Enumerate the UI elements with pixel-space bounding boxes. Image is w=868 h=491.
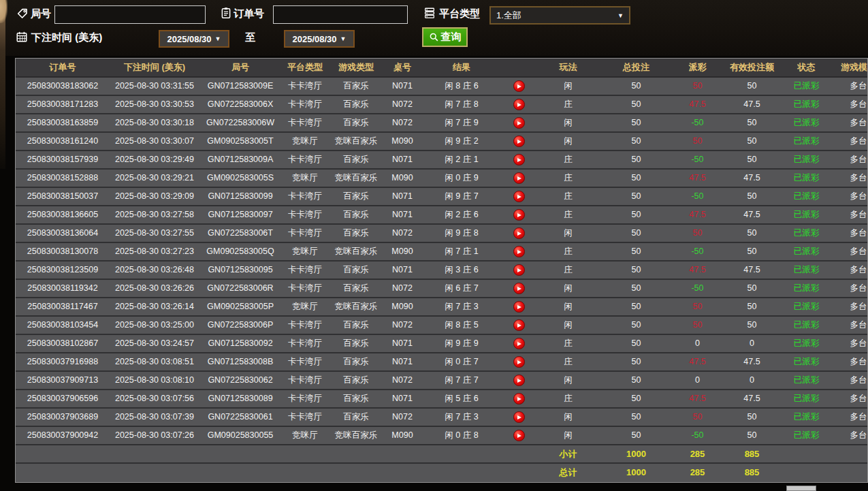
date-to-button[interactable]: 2025/08/30 ▼ <box>284 30 355 48</box>
date-from-button[interactable]: 2025/08/30 ▼ <box>159 30 229 48</box>
result: 闲 2 庄 1 <box>421 151 502 168</box>
game-type: 竞咪百家乐 <box>329 133 383 150</box>
valid-bet: 50 <box>723 409 781 426</box>
play-icon-cell <box>502 427 536 444</box>
play-video-icon[interactable] <box>513 283 525 294</box>
platform-type: 卡卡湾厅 <box>281 262 329 279</box>
order-no-input[interactable] <box>273 5 408 24</box>
play-type: 闲 <box>536 225 600 242</box>
game-type: 百家乐 <box>329 151 383 168</box>
round-no: GN0712583009E <box>199 78 281 95</box>
play-type: 闲 <box>536 409 600 426</box>
play-video-icon[interactable] <box>513 209 525 221</box>
game-mode: 多台 <box>832 96 868 113</box>
total-bet: 50 <box>600 262 672 279</box>
result: 闲 8 庄 5 <box>421 317 502 334</box>
valid-bet: 47.5 <box>723 353 781 370</box>
grand-total-row-total-bet: 1000 <box>600 464 672 482</box>
play-video-icon[interactable] <box>513 227 525 239</box>
play-icon-cell <box>502 298 536 315</box>
total-bet: 50 <box>600 151 672 168</box>
valid-bet: 0 <box>723 372 781 389</box>
total-bet: 50 <box>600 390 672 407</box>
play-video-icon[interactable] <box>513 154 525 165</box>
order-no: 250830037906596 <box>16 390 110 407</box>
round-no: GM09025830055 <box>199 427 281 444</box>
play-video-icon[interactable] <box>513 411 525 423</box>
play-video-icon[interactable] <box>513 356 525 368</box>
table-no: N072 <box>383 372 421 389</box>
result: 闲 7 庄 7 <box>421 372 502 389</box>
payout: 50 <box>672 78 723 95</box>
platform-type: 竞咪厅 <box>281 170 329 187</box>
play-video-icon[interactable] <box>513 375 525 386</box>
round-no: GN0722583006X <box>199 96 281 113</box>
total-bet: 50 <box>600 372 672 389</box>
platform-type: 卡卡湾厅 <box>281 317 329 334</box>
play-icon-cell <box>502 243 536 260</box>
play-video-icon[interactable] <box>513 319 525 331</box>
result: 闲 8 庄 6 <box>421 78 502 95</box>
grand-total-row-spacer <box>281 464 329 482</box>
order-no: 250830038183062 <box>16 78 110 95</box>
bet-time: 2025-08-30 03:08:10 <box>110 372 199 389</box>
play-video-icon[interactable] <box>513 191 525 202</box>
order-no-label: 订单号 <box>234 7 264 20</box>
result: 闲 0 庄 8 <box>421 427 502 444</box>
platform-type-select[interactable]: 1.全部 ▼ <box>489 6 630 25</box>
round-no-input[interactable] <box>54 5 206 24</box>
bottom-partial-control[interactable] <box>786 486 816 491</box>
header-platform-type: 平台类型 <box>281 59 329 76</box>
play-video-icon[interactable] <box>513 393 525 405</box>
table-row: 2508300381579392025-08-30 03:29:49GN0712… <box>16 151 868 170</box>
valid-bet: 47.5 <box>723 170 781 187</box>
play-video-icon[interactable] <box>513 80 525 92</box>
payout: 50 <box>672 409 723 426</box>
table-no: N072 <box>383 280 421 297</box>
header-status: 状态 <box>781 59 832 76</box>
play-video-icon[interactable] <box>513 99 525 110</box>
round-no: GN07125830095 <box>199 262 281 279</box>
round-no: GM0902583005S <box>199 170 281 187</box>
play-type: 庄 <box>536 262 600 279</box>
result: 闲 7 庄 9 <box>421 114 502 131</box>
valid-bet: 0 <box>723 335 781 352</box>
platform-type: 竞咪厅 <box>281 298 329 315</box>
play-video-icon[interactable] <box>513 430 525 441</box>
total-bet: 50 <box>600 409 672 426</box>
valid-bet: 50 <box>723 78 781 95</box>
play-video-icon[interactable] <box>513 338 525 349</box>
calendar-icon <box>16 31 28 43</box>
result: 闲 0 庄 7 <box>421 353 502 370</box>
status: 已派彩 <box>781 188 832 205</box>
grand-total-row-spacer <box>199 464 281 482</box>
platform-type-selected-value: 1.全部 <box>496 10 521 22</box>
round-no: GM0902583005T <box>199 133 281 150</box>
play-video-icon[interactable] <box>513 264 525 276</box>
platform-type: 卡卡湾厅 <box>281 353 329 370</box>
table-row: 2508300381174672025-08-30 03:26:14GM0902… <box>16 298 868 317</box>
game-mode: 多台 <box>832 280 868 297</box>
status: 已派彩 <box>781 390 832 407</box>
play-video-icon[interactable] <box>513 136 525 147</box>
result: 闲 7 庄 3 <box>421 409 502 426</box>
table-row: 2508300381638592025-08-30 03:30:18GN0722… <box>16 114 868 133</box>
payout: 50 <box>672 225 723 242</box>
round-no: GN07125830092 <box>199 335 281 352</box>
order-no: 250830038136064 <box>16 225 110 242</box>
platform-type: 卡卡湾厅 <box>281 390 329 407</box>
search-button[interactable]: 查询 <box>422 27 468 47</box>
play-video-icon[interactable] <box>513 172 525 184</box>
play-video-icon[interactable] <box>513 246 525 257</box>
total-bet: 50 <box>600 243 672 260</box>
table-row: 2508300381528882025-08-30 03:29:21GM0902… <box>16 170 868 188</box>
game-mode: 多台 <box>832 409 868 426</box>
play-video-icon[interactable] <box>513 117 525 129</box>
round-no: GM0902583005P <box>199 298 281 315</box>
game-mode: 多台 <box>832 151 868 168</box>
order-no: 250830037903689 <box>16 409 110 426</box>
order-no: 250830038123509 <box>16 262 110 279</box>
game-mode: 多台 <box>832 170 868 187</box>
bet-time: 2025-08-30 03:26:26 <box>110 280 199 297</box>
play-video-icon[interactable] <box>513 301 525 313</box>
